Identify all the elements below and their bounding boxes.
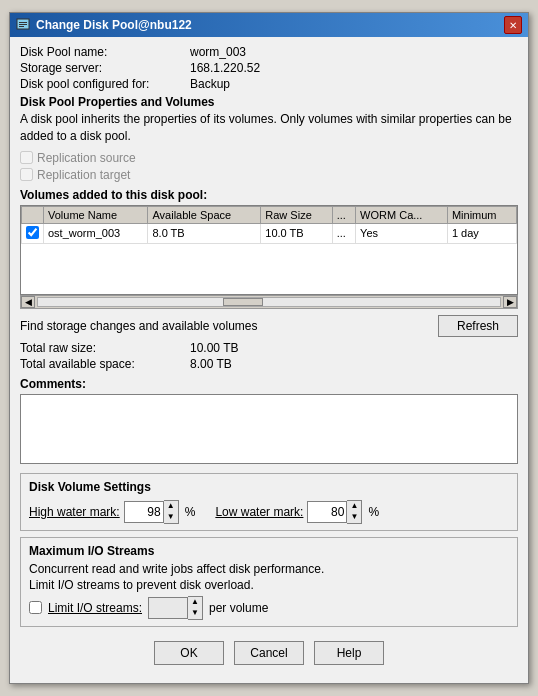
replication-target-row: Replication target [20, 168, 518, 182]
high-water-spin-buttons: ▲ ▼ [164, 500, 179, 524]
volumes-label: Volumes added to this disk pool: [20, 188, 518, 202]
replication-target-label: Replication target [37, 168, 130, 182]
scrollbar-track[interactable] [37, 297, 501, 307]
scrollbar-thumb[interactable] [223, 298, 263, 306]
limit-io-input[interactable] [148, 597, 188, 619]
configured-for-label: Disk pool configured for: [20, 77, 190, 91]
io-desc2: Limit I/O streams to prevent disk overlo… [29, 578, 509, 592]
low-water-down-btn[interactable]: ▼ [347, 512, 361, 523]
configured-for-row: Disk pool configured for: Backup [20, 77, 518, 91]
ok-button[interactable]: OK [154, 641, 224, 665]
total-available-row: Total available space: 8.00 TB [20, 357, 518, 371]
refresh-row: Find storage changes and available volum… [20, 315, 518, 337]
high-water-label: High water mark: [29, 505, 120, 519]
table-row: ost_worm_003 8.0 TB 10.0 TB ... Yes 1 da… [22, 223, 517, 243]
low-water-label: Low water mark: [215, 505, 303, 519]
limit-row: Limit I/O streams: ▲ ▼ per volume [29, 596, 509, 620]
volumes-table-container: Volume Name Available Space Raw Size ...… [20, 205, 518, 295]
refresh-label: Find storage changes and available volum… [20, 319, 257, 333]
watermark-row: High water mark: 98 ▲ ▼ % Low water mark… [29, 500, 509, 524]
disk-settings-group: Disk Volume Settings High water mark: 98… [20, 473, 518, 531]
low-water-item: Low water mark: 80 ▲ ▼ % [215, 500, 379, 524]
cell-volume-name: ost_worm_003 [44, 223, 148, 243]
title-bar: Change Disk Pool@nbu122 ✕ [10, 13, 528, 37]
total-available-value: 8.00 TB [190, 357, 232, 371]
description-text: A disk pool inherits the properties of i… [20, 111, 518, 145]
row-checkbox-cell [22, 223, 44, 243]
comments-label: Comments: [20, 377, 518, 391]
dialog-title: Change Disk Pool@nbu122 [36, 18, 192, 32]
disk-pool-name-label: Disk Pool name: [20, 45, 190, 59]
replication-source-row: Replication source [20, 151, 518, 165]
svg-rect-1 [19, 22, 27, 23]
cell-raw-size: 10.0 TB [261, 223, 332, 243]
low-water-up-btn[interactable]: ▲ [347, 501, 361, 512]
limit-io-down-btn[interactable]: ▼ [188, 608, 202, 619]
table-header-row: Volume Name Available Space Raw Size ...… [22, 206, 517, 223]
high-water-input[interactable]: 98 [124, 501, 164, 523]
help-button[interactable]: Help [314, 641, 384, 665]
cell-minimum: 1 day [447, 223, 516, 243]
cell-col4: ... [332, 223, 355, 243]
replication-source-label: Replication source [37, 151, 136, 165]
col-header-raw: Raw Size [261, 206, 332, 223]
per-volume-label: per volume [209, 601, 268, 615]
low-water-spin-buttons: ▲ ▼ [347, 500, 362, 524]
replication-target-checkbox[interactable] [20, 168, 33, 181]
replication-source-checkbox[interactable] [20, 151, 33, 164]
high-water-spinbox: 98 ▲ ▼ [124, 500, 179, 524]
low-water-spinbox: 80 ▲ ▼ [307, 500, 362, 524]
limit-io-spin-buttons: ▲ ▼ [188, 596, 203, 620]
properties-header: Disk Pool Properties and Volumes [20, 95, 518, 109]
total-raw-value: 10.00 TB [190, 341, 238, 355]
storage-server-value: 168.1.220.52 [190, 61, 260, 75]
total-raw-size-row: Total raw size: 10.00 TB [20, 341, 518, 355]
io-desc1: Concurrent read and write jobs affect di… [29, 562, 509, 576]
col-header-minimum: Minimum [447, 206, 516, 223]
disk-pool-name-row: Disk Pool name: worm_003 [20, 45, 518, 59]
high-water-down-btn[interactable]: ▼ [164, 512, 178, 523]
configured-for-value: Backup [190, 77, 230, 91]
scroll-left-btn[interactable]: ◀ [21, 296, 35, 308]
col-header-name: Volume Name [44, 206, 148, 223]
total-available-label: Total available space: [20, 357, 190, 371]
max-io-group: Maximum I/O Streams Concurrent read and … [20, 537, 518, 627]
cell-worm: Yes [356, 223, 448, 243]
limit-io-label: Limit I/O streams: [48, 601, 142, 615]
limit-io-up-btn[interactable]: ▲ [188, 597, 202, 608]
dialog-icon [16, 18, 30, 32]
dialog: Change Disk Pool@nbu122 ✕ Disk Pool name… [9, 12, 529, 684]
dialog-buttons-row: OK Cancel Help [20, 633, 518, 675]
cancel-button[interactable]: Cancel [234, 641, 304, 665]
max-io-title: Maximum I/O Streams [29, 544, 509, 558]
disk-pool-name-value: worm_003 [190, 45, 246, 59]
refresh-button[interactable]: Refresh [438, 315, 518, 337]
limit-io-spinbox: ▲ ▼ [148, 596, 203, 620]
storage-server-label: Storage server: [20, 61, 190, 75]
close-button[interactable]: ✕ [504, 16, 522, 34]
limit-io-checkbox[interactable] [29, 601, 42, 614]
col-header-ellipsis: ... [332, 206, 355, 223]
high-water-percent: % [185, 505, 196, 519]
svg-rect-3 [19, 26, 24, 27]
col-header-check [22, 206, 44, 223]
total-raw-label: Total raw size: [20, 341, 190, 355]
col-header-available: Available Space [148, 206, 261, 223]
col-header-worm: WORM Ca... [356, 206, 448, 223]
svg-rect-2 [19, 24, 27, 25]
comments-textarea[interactable] [20, 394, 518, 464]
low-water-input[interactable]: 80 [307, 501, 347, 523]
volumes-table: Volume Name Available Space Raw Size ...… [21, 206, 517, 244]
scroll-right-btn[interactable]: ▶ [503, 296, 517, 308]
high-water-item: High water mark: 98 ▲ ▼ % [29, 500, 195, 524]
low-water-percent: % [368, 505, 379, 519]
dialog-content: Disk Pool name: worm_003 Storage server:… [10, 37, 528, 683]
cell-available-space: 8.0 TB [148, 223, 261, 243]
high-water-up-btn[interactable]: ▲ [164, 501, 178, 512]
row-checkbox[interactable] [26, 226, 39, 239]
storage-server-row: Storage server: 168.1.220.52 [20, 61, 518, 75]
horizontal-scrollbar[interactable]: ◀ ▶ [20, 295, 518, 309]
disk-settings-title: Disk Volume Settings [29, 480, 509, 494]
